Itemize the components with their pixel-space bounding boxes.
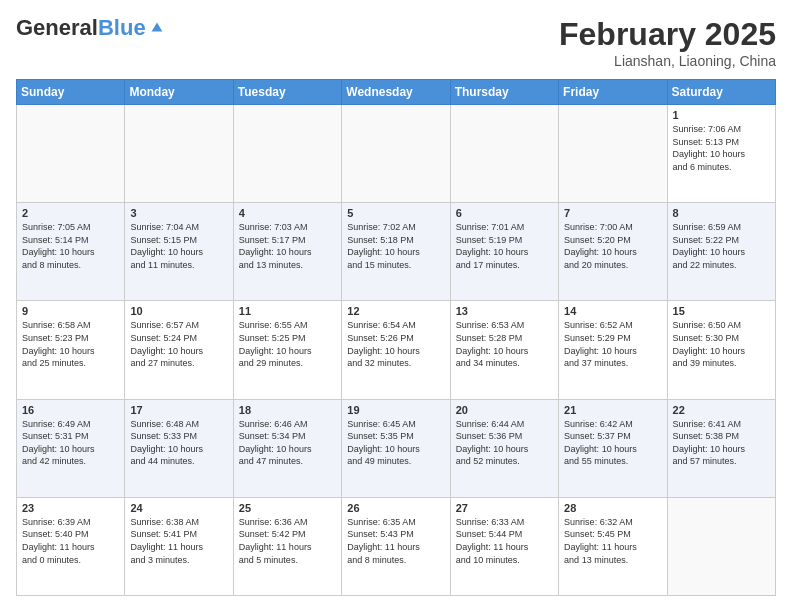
calendar-cell	[125, 105, 233, 203]
calendar-cell	[233, 105, 341, 203]
day-number: 18	[239, 404, 336, 416]
day-number: 12	[347, 305, 444, 317]
day-number: 8	[673, 207, 770, 219]
calendar-cell: 27Sunrise: 6:33 AM Sunset: 5:44 PM Dayli…	[450, 497, 558, 595]
calendar-cell: 17Sunrise: 6:48 AM Sunset: 5:33 PM Dayli…	[125, 399, 233, 497]
day-info: Sunrise: 6:41 AM Sunset: 5:38 PM Dayligh…	[673, 418, 770, 468]
day-number: 26	[347, 502, 444, 514]
week-row-1: 1Sunrise: 7:06 AM Sunset: 5:13 PM Daylig…	[17, 105, 776, 203]
day-info: Sunrise: 6:55 AM Sunset: 5:25 PM Dayligh…	[239, 319, 336, 369]
weekday-header-row: SundayMondayTuesdayWednesdayThursdayFrid…	[17, 80, 776, 105]
calendar-cell: 16Sunrise: 6:49 AM Sunset: 5:31 PM Dayli…	[17, 399, 125, 497]
day-info: Sunrise: 7:05 AM Sunset: 5:14 PM Dayligh…	[22, 221, 119, 271]
calendar-cell	[17, 105, 125, 203]
day-info: Sunrise: 6:33 AM Sunset: 5:44 PM Dayligh…	[456, 516, 553, 566]
day-number: 10	[130, 305, 227, 317]
calendar-cell: 15Sunrise: 6:50 AM Sunset: 5:30 PM Dayli…	[667, 301, 775, 399]
day-number: 15	[673, 305, 770, 317]
weekday-header-sunday: Sunday	[17, 80, 125, 105]
day-info: Sunrise: 6:38 AM Sunset: 5:41 PM Dayligh…	[130, 516, 227, 566]
day-number: 3	[130, 207, 227, 219]
calendar-cell: 4Sunrise: 7:03 AM Sunset: 5:17 PM Daylig…	[233, 203, 341, 301]
day-info: Sunrise: 7:02 AM Sunset: 5:18 PM Dayligh…	[347, 221, 444, 271]
day-info: Sunrise: 6:39 AM Sunset: 5:40 PM Dayligh…	[22, 516, 119, 566]
day-info: Sunrise: 7:00 AM Sunset: 5:20 PM Dayligh…	[564, 221, 661, 271]
day-number: 14	[564, 305, 661, 317]
day-number: 16	[22, 404, 119, 416]
day-info: Sunrise: 6:44 AM Sunset: 5:36 PM Dayligh…	[456, 418, 553, 468]
calendar-cell: 19Sunrise: 6:45 AM Sunset: 5:35 PM Dayli…	[342, 399, 450, 497]
day-info: Sunrise: 7:01 AM Sunset: 5:19 PM Dayligh…	[456, 221, 553, 271]
calendar-cell: 3Sunrise: 7:04 AM Sunset: 5:15 PM Daylig…	[125, 203, 233, 301]
day-number: 23	[22, 502, 119, 514]
calendar-cell: 8Sunrise: 6:59 AM Sunset: 5:22 PM Daylig…	[667, 203, 775, 301]
calendar-cell: 25Sunrise: 6:36 AM Sunset: 5:42 PM Dayli…	[233, 497, 341, 595]
day-info: Sunrise: 6:57 AM Sunset: 5:24 PM Dayligh…	[130, 319, 227, 369]
calendar-cell	[450, 105, 558, 203]
calendar-cell: 21Sunrise: 6:42 AM Sunset: 5:37 PM Dayli…	[559, 399, 667, 497]
day-info: Sunrise: 6:32 AM Sunset: 5:45 PM Dayligh…	[564, 516, 661, 566]
title-block: February 2025 Lianshan, Liaoning, China	[559, 16, 776, 69]
day-number: 21	[564, 404, 661, 416]
day-number: 1	[673, 109, 770, 121]
calendar-cell: 11Sunrise: 6:55 AM Sunset: 5:25 PM Dayli…	[233, 301, 341, 399]
day-info: Sunrise: 6:52 AM Sunset: 5:29 PM Dayligh…	[564, 319, 661, 369]
location: Lianshan, Liaoning, China	[559, 53, 776, 69]
calendar-cell: 24Sunrise: 6:38 AM Sunset: 5:41 PM Dayli…	[125, 497, 233, 595]
day-number: 7	[564, 207, 661, 219]
day-info: Sunrise: 6:36 AM Sunset: 5:42 PM Dayligh…	[239, 516, 336, 566]
calendar-cell: 12Sunrise: 6:54 AM Sunset: 5:26 PM Dayli…	[342, 301, 450, 399]
day-number: 17	[130, 404, 227, 416]
day-number: 22	[673, 404, 770, 416]
day-number: 9	[22, 305, 119, 317]
week-row-3: 9Sunrise: 6:58 AM Sunset: 5:23 PM Daylig…	[17, 301, 776, 399]
month-title: February 2025	[559, 16, 776, 53]
calendar-cell: 1Sunrise: 7:06 AM Sunset: 5:13 PM Daylig…	[667, 105, 775, 203]
calendar-cell: 22Sunrise: 6:41 AM Sunset: 5:38 PM Dayli…	[667, 399, 775, 497]
day-info: Sunrise: 7:06 AM Sunset: 5:13 PM Dayligh…	[673, 123, 770, 173]
day-info: Sunrise: 6:35 AM Sunset: 5:43 PM Dayligh…	[347, 516, 444, 566]
calendar-cell: 13Sunrise: 6:53 AM Sunset: 5:28 PM Dayli…	[450, 301, 558, 399]
day-number: 20	[456, 404, 553, 416]
day-info: Sunrise: 6:59 AM Sunset: 5:22 PM Dayligh…	[673, 221, 770, 271]
calendar-cell: 14Sunrise: 6:52 AM Sunset: 5:29 PM Dayli…	[559, 301, 667, 399]
weekday-header-wednesday: Wednesday	[342, 80, 450, 105]
day-number: 13	[456, 305, 553, 317]
day-info: Sunrise: 6:49 AM Sunset: 5:31 PM Dayligh…	[22, 418, 119, 468]
day-info: Sunrise: 6:45 AM Sunset: 5:35 PM Dayligh…	[347, 418, 444, 468]
calendar-cell: 10Sunrise: 6:57 AM Sunset: 5:24 PM Dayli…	[125, 301, 233, 399]
header: GeneralBlue February 2025 Lianshan, Liao…	[16, 16, 776, 69]
weekday-header-thursday: Thursday	[450, 80, 558, 105]
calendar-cell: 20Sunrise: 6:44 AM Sunset: 5:36 PM Dayli…	[450, 399, 558, 497]
day-info: Sunrise: 6:48 AM Sunset: 5:33 PM Dayligh…	[130, 418, 227, 468]
calendar-cell	[667, 497, 775, 595]
calendar-cell: 5Sunrise: 7:02 AM Sunset: 5:18 PM Daylig…	[342, 203, 450, 301]
calendar-cell: 28Sunrise: 6:32 AM Sunset: 5:45 PM Dayli…	[559, 497, 667, 595]
calendar-cell	[342, 105, 450, 203]
logo-text: GeneralBlue	[16, 16, 146, 40]
day-info: Sunrise: 6:53 AM Sunset: 5:28 PM Dayligh…	[456, 319, 553, 369]
day-number: 25	[239, 502, 336, 514]
day-number: 28	[564, 502, 661, 514]
day-info: Sunrise: 6:54 AM Sunset: 5:26 PM Dayligh…	[347, 319, 444, 369]
logo: GeneralBlue	[16, 16, 166, 40]
week-row-5: 23Sunrise: 6:39 AM Sunset: 5:40 PM Dayli…	[17, 497, 776, 595]
calendar-cell	[559, 105, 667, 203]
day-info: Sunrise: 7:04 AM Sunset: 5:15 PM Dayligh…	[130, 221, 227, 271]
calendar-cell: 26Sunrise: 6:35 AM Sunset: 5:43 PM Dayli…	[342, 497, 450, 595]
calendar-cell: 23Sunrise: 6:39 AM Sunset: 5:40 PM Dayli…	[17, 497, 125, 595]
logo-icon	[148, 19, 166, 37]
day-number: 5	[347, 207, 444, 219]
svg-marker-0	[151, 23, 162, 32]
calendar-cell: 2Sunrise: 7:05 AM Sunset: 5:14 PM Daylig…	[17, 203, 125, 301]
day-info: Sunrise: 6:42 AM Sunset: 5:37 PM Dayligh…	[564, 418, 661, 468]
calendar-cell: 7Sunrise: 7:00 AM Sunset: 5:20 PM Daylig…	[559, 203, 667, 301]
weekday-header-tuesday: Tuesday	[233, 80, 341, 105]
day-number: 11	[239, 305, 336, 317]
week-row-4: 16Sunrise: 6:49 AM Sunset: 5:31 PM Dayli…	[17, 399, 776, 497]
calendar-table: SundayMondayTuesdayWednesdayThursdayFrid…	[16, 79, 776, 596]
calendar-cell: 9Sunrise: 6:58 AM Sunset: 5:23 PM Daylig…	[17, 301, 125, 399]
day-info: Sunrise: 6:50 AM Sunset: 5:30 PM Dayligh…	[673, 319, 770, 369]
weekday-header-monday: Monday	[125, 80, 233, 105]
day-number: 19	[347, 404, 444, 416]
